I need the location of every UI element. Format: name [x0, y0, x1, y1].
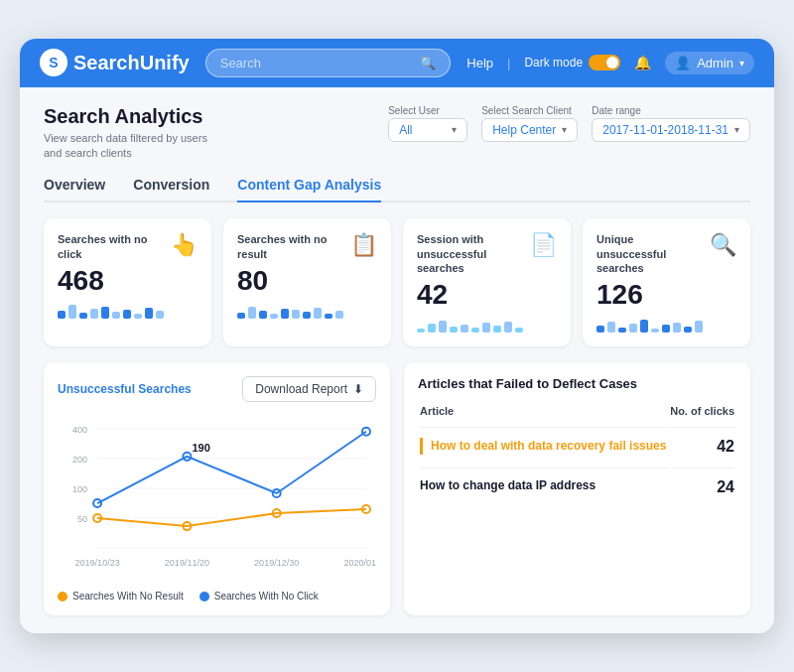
table-row: How to deal with data recovery fail issu… [420, 427, 734, 466]
download-label: Download Report [255, 382, 347, 396]
date-filter-chevron-icon: ▾ [734, 124, 739, 135]
metric-card-no-result: Searches with no result 📋 80 [223, 218, 391, 346]
chart-area: 400 200 100 50 [58, 414, 376, 583]
dark-mode-toggle[interactable]: Dark mode [524, 55, 620, 70]
download-report-button[interactable]: Download Report ⬇ [242, 376, 376, 402]
user-filter-select[interactable]: All ▾ [388, 118, 467, 142]
admin-chevron-icon: ▾ [739, 58, 744, 68]
filters: Select User All ▾ Select Search Client H… [388, 105, 750, 142]
bell-icon[interactable]: 🔔 [634, 55, 651, 70]
metric-value-session: 42 [417, 279, 557, 311]
dark-mode-label: Dark mode [524, 56, 583, 69]
search-input[interactable] [220, 56, 413, 70]
svg-text:190: 190 [192, 442, 209, 454]
article-text-2: How to change data IP address [420, 478, 596, 492]
client-filter-label: Select Search Client [481, 105, 578, 116]
legend-dot-blue [199, 592, 209, 602]
date-filter-select[interactable]: 2017-11-01-2018-11-31 ▾ [592, 118, 750, 142]
legend-label-no-result: Searches With No Result [72, 591, 184, 602]
metric-value-no-result: 80 [237, 265, 377, 297]
admin-label: Admin [697, 56, 733, 70]
line-chart-svg: 400 200 100 50 [58, 414, 376, 583]
unique-icon: 🔍 [710, 232, 736, 258]
header: S SearchUnify 🔍 Help | Dark mode 🔔 👤 Adm… [20, 39, 774, 87]
svg-text:200: 200 [72, 455, 87, 465]
metric-card-unique: Unique unsuccessful searches 🔍 126 [583, 218, 750, 346]
tab-content-gap[interactable]: Content Gap Analysis [237, 177, 381, 202]
app-window: S SearchUnify 🔍 Help | Dark mode 🔔 👤 Adm… [20, 39, 774, 634]
table-title: Articles that Failed to Deflect Cases [418, 376, 736, 391]
metric-value-unique: 126 [596, 279, 736, 311]
search-icon: 🔍 [420, 56, 436, 70]
table-card: Articles that Failed to Deflect Cases Ar… [404, 362, 750, 615]
legend-no-result: Searches With No Result [58, 591, 184, 602]
no-result-icon: 📋 [350, 232, 377, 258]
header-right: Help | Dark mode 🔔 👤 Admin ▾ [466, 52, 754, 74]
client-filter-select[interactable]: Help Center ▾ [481, 118, 578, 142]
user-filter-chevron-icon: ▾ [452, 124, 457, 135]
clicks-cell-2: 24 [670, 468, 734, 506]
content: Search Analytics View search data filter… [20, 87, 774, 634]
legend-dot-orange [58, 592, 67, 602]
mini-bars-unique [596, 317, 736, 333]
admin-button[interactable]: 👤 Admin ▾ [665, 52, 754, 74]
legend-label-no-click: Searches With No Click [214, 591, 319, 602]
logo: S SearchUnify [40, 49, 190, 76]
metric-title-unique: Unique unsuccessful searches [596, 232, 704, 275]
chart-legend: Searches With No Result Searches With No… [58, 591, 376, 602]
toggle-switch[interactable] [589, 55, 620, 70]
page-title-block: Search Analytics View search data filter… [44, 105, 368, 162]
metric-value-no-click: 468 [58, 265, 198, 297]
date-filter-label: Date range [592, 105, 750, 116]
bottom-section: Unsuccessful Searches Download Report ⬇ [44, 362, 750, 615]
articles-table: Article No. of clicks How to deal with d… [418, 403, 736, 508]
search-bar[interactable]: 🔍 [205, 49, 452, 77]
clicks-cell-1: 42 [670, 427, 734, 466]
svg-text:400: 400 [72, 425, 87, 435]
toggle-knob [606, 57, 618, 68]
col-clicks: No. of clicks [670, 405, 734, 425]
page-subtitle: View search data filtered by usersand se… [44, 131, 368, 162]
session-icon: 📄 [530, 232, 557, 258]
tabs: Overview Conversion Content Gap Analysis [44, 177, 750, 202]
metric-card-session-unsuccessful: Session with unsuccessful searches 📄 42 [403, 218, 571, 346]
page-title: Search Analytics [44, 105, 368, 128]
metric-title-no-click: Searches with no click [58, 232, 165, 261]
logo-icon: S [40, 49, 67, 76]
mini-bars-no-result [237, 303, 377, 319]
svg-text:2019/10/23: 2019/10/23 [75, 559, 120, 569]
metric-card-no-click: Searches with no click 👆 468 [44, 218, 211, 346]
download-icon: ⬇ [353, 382, 363, 396]
logo-text: SearchUnify [73, 52, 190, 74]
table-row: How to change data IP address 24 [420, 468, 734, 506]
metric-title-no-result: Searches with no result [237, 232, 344, 261]
mini-bars-no-click [58, 303, 198, 319]
col-article: Article [420, 405, 668, 425]
admin-avatar-icon: 👤 [675, 56, 691, 70]
table-header-row: Article No. of clicks [420, 405, 734, 425]
legend-no-click: Searches With No Click [199, 591, 319, 602]
help-link[interactable]: Help [466, 56, 493, 70]
metric-cards: Searches with no click 👆 468 [44, 218, 750, 346]
article-cell-2: How to change data IP address [420, 468, 668, 506]
article-link-1[interactable]: How to deal with data recovery fail issu… [420, 438, 668, 455]
metric-title-session: Session with unsuccessful searches [417, 232, 524, 275]
user-filter: Select User All ▾ [388, 105, 467, 142]
svg-text:2019/12/30: 2019/12/30 [254, 559, 299, 569]
tab-overview[interactable]: Overview [44, 177, 105, 202]
article-cell-1: How to deal with data recovery fail issu… [420, 427, 668, 466]
chart-title: Unsuccessful Searches [58, 382, 192, 396]
chart-card: Unsuccessful Searches Download Report ⬇ [44, 362, 390, 615]
user-filter-label: Select User [388, 105, 467, 116]
client-filter: Select Search Client Help Center ▾ [481, 105, 578, 142]
tab-conversion[interactable]: Conversion [133, 177, 209, 202]
date-filter: Date range 2017-11-01-2018-11-31 ▾ [592, 105, 750, 142]
chart-header: Unsuccessful Searches Download Report ⬇ [58, 376, 376, 402]
svg-text:2019/11/20: 2019/11/20 [165, 559, 209, 569]
svg-text:2020/01/23: 2020/01/23 [343, 559, 376, 569]
svg-text:100: 100 [72, 484, 87, 494]
svg-text:50: 50 [77, 514, 87, 524]
mini-bars-session [417, 317, 557, 333]
client-filter-chevron-icon: ▾ [562, 124, 567, 135]
no-click-icon: 👆 [171, 232, 198, 258]
